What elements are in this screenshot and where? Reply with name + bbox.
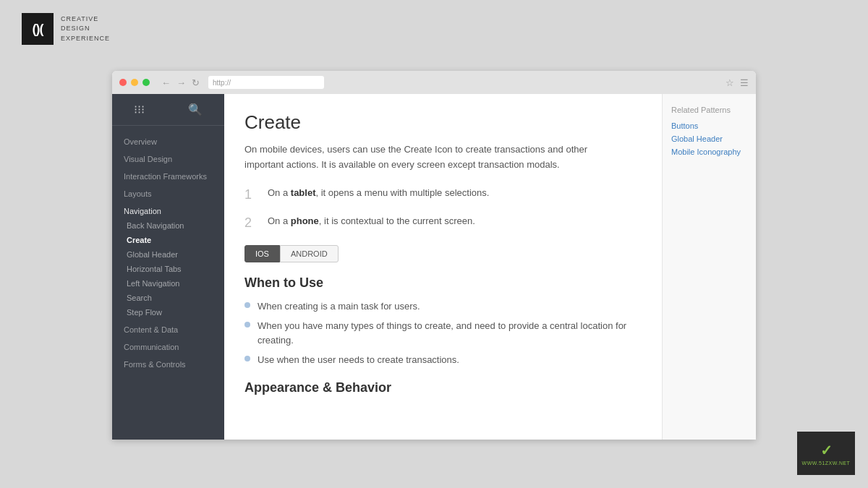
watermark-badge: ✓ WWW.51ZXW.NET: [797, 432, 855, 475]
browser-nav: ← → ↻: [160, 77, 201, 88]
sidebar-item-interaction-frameworks[interactable]: Interaction Frameworks: [112, 166, 224, 184]
sidebar-item-layouts[interactable]: Layouts: [112, 184, 224, 201]
sidebar-sub-step-flow[interactable]: Step Flow: [112, 305, 224, 320]
watermark-logo: ✓: [820, 442, 833, 459]
right-panel: Related Patterns Buttons Global Header M…: [662, 94, 756, 440]
sidebar-item-navigation[interactable]: Navigation: [112, 201, 224, 218]
grid-icon[interactable]: ⁝⁝⁝: [134, 103, 145, 116]
list-item: When you have many types of things to cr…: [244, 319, 642, 347]
related-link-mobile-iconography[interactable]: Mobile Iconography: [671, 147, 747, 156]
sidebar-item-forms-controls[interactable]: Forms & Controls: [112, 354, 224, 372]
tab-android[interactable]: ANDROID: [280, 245, 339, 262]
when-to-use-title: When to Use: [244, 275, 642, 291]
address-bar[interactable]: http://: [208, 76, 324, 89]
menu-icon[interactable]: ☰: [740, 77, 749, 88]
sidebar: ⁝⁝⁝ 🔍 Overview Visual Design Interaction…: [112, 94, 224, 440]
browser-dot-green[interactable]: [142, 79, 150, 86]
sidebar-sub-back-navigation[interactable]: Back Navigation: [112, 218, 224, 233]
list-item: Use when the user needs to create transa…: [244, 353, 642, 367]
sidebar-top-icons: ⁝⁝⁝ 🔍: [112, 94, 224, 126]
sidebar-item-content-data[interactable]: Content & Data: [112, 320, 224, 337]
search-icon[interactable]: 🔍: [188, 103, 203, 116]
forward-button[interactable]: →: [175, 77, 187, 88]
sidebar-sub-search[interactable]: Search: [112, 291, 224, 305]
page-intro: On mobile devices, users can use the Cre…: [244, 142, 621, 173]
related-link-buttons[interactable]: Buttons: [671, 121, 747, 130]
browser-actions: ☆ ☰: [726, 77, 749, 88]
numbered-item-2: 2 On a phone, it is contextual to the cu…: [244, 214, 642, 232]
related-patterns-title: Related Patterns: [671, 106, 747, 114]
reload-button[interactable]: ↻: [190, 77, 201, 88]
sidebar-sub-global-header[interactable]: Global Header: [112, 247, 224, 262]
page-title: Create: [244, 111, 642, 134]
numbered-text-1: On a tablet, it opens a menu with multip…: [268, 186, 489, 200]
sidebar-sub-horizontal-tabs[interactable]: Horizontal Tabs: [112, 262, 224, 276]
number-1: 1: [244, 186, 256, 204]
sidebar-item-overview[interactable]: Overview: [112, 132, 224, 149]
browser-dot-yellow[interactable]: [131, 79, 138, 86]
main-content: Create On mobile devices, users can use …: [224, 94, 662, 440]
bullet-dot-icon: [244, 302, 250, 308]
logo-text: CREATIVE DESIGN EXPERIENCE: [61, 14, 110, 44]
tab-ios[interactable]: IOS: [244, 245, 280, 262]
number-2: 2: [244, 214, 256, 232]
logo-icon: ()(: [22, 13, 54, 45]
browser-chrome: ← → ↻ http:// ☆ ☰: [112, 71, 756, 94]
bullet-dot-icon: [244, 322, 250, 328]
back-button[interactable]: ←: [160, 77, 172, 88]
bookmark-icon[interactable]: ☆: [726, 77, 734, 88]
tab-bar: IOS ANDROID: [244, 245, 642, 262]
sidebar-navigation: Overview Visual Design Interaction Frame…: [112, 126, 224, 377]
bullet-dot-icon: [244, 356, 250, 361]
appearance-title: Appearance & Behavior: [244, 380, 642, 395]
sidebar-sub-create[interactable]: Create: [112, 233, 224, 247]
sidebar-item-communication[interactable]: Communication: [112, 337, 224, 354]
browser-dot-red[interactable]: [119, 79, 127, 86]
related-link-global-header[interactable]: Global Header: [671, 134, 747, 143]
numbered-item-1: 1 On a tablet, it opens a menu with mult…: [244, 186, 642, 204]
numbered-text-2: On a phone, it is contextual to the curr…: [268, 214, 475, 228]
browser-window: ← → ↻ http:// ☆ ☰ ⁝⁝⁝ 🔍 Overview Visual …: [112, 71, 756, 440]
logo-area: ()( CREATIVE DESIGN EXPERIENCE: [22, 13, 110, 45]
watermark-text: WWW.51ZXW.NET: [802, 461, 851, 466]
sidebar-item-visual-design[interactable]: Visual Design: [112, 149, 224, 166]
browser-body: ⁝⁝⁝ 🔍 Overview Visual Design Interaction…: [112, 94, 756, 440]
list-item: When creating is a main task for users.: [244, 299, 642, 314]
sidebar-sub-left-navigation[interactable]: Left Navigation: [112, 276, 224, 291]
bullet-list: When creating is a main task for users. …: [244, 299, 642, 367]
